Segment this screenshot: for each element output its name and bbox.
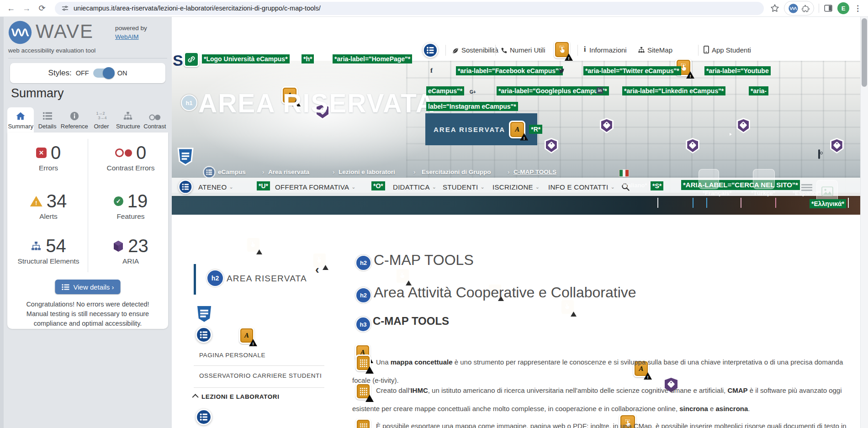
breadcrumb-item[interactable]: Esercitazioni di Gruppo (422, 169, 491, 175)
stat-features: 19 Features (90, 191, 172, 221)
tab-summary[interactable]: Summary (7, 107, 34, 132)
aria-label-chip: *aria-label="Facebook eCampus"* (456, 66, 563, 75)
hero-title: AREA RISERVATA (198, 88, 435, 118)
linkedin-icon[interactable]: in (597, 87, 603, 94)
bookmark-star-icon[interactable] (770, 4, 779, 13)
twitter-icon[interactable] (558, 68, 565, 74)
wave-alert-icon[interactable]: A (239, 327, 254, 344)
ghost-box (699, 169, 719, 189)
toggle-knob[interactable] (103, 67, 115, 79)
reload-icon[interactable]: ⟳ (36, 2, 48, 15)
aria-label-chip: *aria-label="Youtube (704, 66, 771, 75)
wave-alert-layout-table[interactable] (355, 354, 371, 371)
breadcrumb-item-current[interactable]: C-MAP TOOLS (513, 169, 556, 175)
breadcrumb-separator: › (262, 169, 264, 175)
hamburger-faded-icon (801, 184, 812, 185)
wave-alert-icon[interactable]: A (509, 121, 525, 138)
errors-icon (36, 148, 47, 158)
list-structure-icon (423, 42, 438, 58)
sidebar-item-pagina-personale[interactable]: PAGINA PERSONALE (199, 352, 265, 359)
styles-toggle-card: Styles: OFF ON (10, 63, 165, 83)
tab-details[interactable]: Details (34, 107, 60, 132)
instagram-icon[interactable] (818, 149, 820, 159)
extensions-pill (784, 1, 814, 16)
sidebar-divider (194, 365, 324, 366)
utility-informazioni[interactable]: Informazioni (589, 46, 627, 54)
ghost-box (753, 169, 775, 189)
contrast-errors-label: Contrast Errors (90, 164, 172, 172)
aria-shield-icon[interactable] (736, 118, 750, 133)
aria-shield-icon[interactable] (600, 118, 614, 133)
browser-menu-icon[interactable]: ⋮ (854, 4, 862, 13)
styles-label: Styles: (48, 69, 72, 78)
aria-shield-icon[interactable] (686, 138, 699, 153)
wave-alert-layout-table[interactable] (355, 383, 371, 400)
utility-separator (495, 45, 496, 56)
view-details-button[interactable]: View details › (55, 280, 121, 294)
extensions-puzzle-icon[interactable] (802, 5, 810, 12)
wave-alert-layout-table[interactable] (355, 418, 371, 428)
r-chip: *R* (529, 125, 542, 134)
facebook-icon[interactable] (430, 66, 433, 74)
nav-item-offerta[interactable]: OFFERTA FORMATIVA (275, 183, 356, 191)
nav-item-info-contatti[interactable]: INFO E CONTATTI (548, 183, 615, 191)
lang-turkce-faded[interactable]: *Türkçe* (751, 190, 775, 196)
wave-linked-image-icon[interactable] (184, 52, 199, 67)
tab-order[interactable]: 1→23→4 Order (88, 107, 115, 132)
logo-partial-letter: S (173, 52, 183, 69)
contrast-errors-count: 0 (136, 143, 146, 163)
utility-sitemap[interactable]: SiteMap (647, 46, 672, 54)
webaim-link[interactable]: WebAIM (115, 33, 139, 40)
breadcrumb-item[interactable]: Area riservata (268, 169, 309, 175)
url-text[interactable]: uniecampus.it/area-riservata/lezioni-e-l… (74, 5, 321, 12)
address-bar[interactable]: uniecampus.it/area-riservata/lezioni-e-l… (55, 2, 764, 15)
wave-extension-icon[interactable] (789, 4, 798, 13)
sidebar-divider (194, 387, 324, 388)
menu-tick (741, 198, 741, 208)
nav-item-iscrizione[interactable]: ISCRIZIONE (492, 183, 540, 191)
aria-label-chip: label="Instagram eCampus"* (426, 102, 518, 111)
lang-francais-faded[interactable]: *Français* (703, 190, 732, 196)
lang-italiano-faded[interactable]: *Italiano* (622, 182, 647, 189)
aria-shield-icon[interactable] (830, 138, 844, 153)
toolbar-divider (819, 4, 819, 13)
tab-reference[interactable]: Reference (61, 107, 88, 132)
stat-aria: 23 ARIA (90, 236, 172, 265)
sidebar-item-lezioni[interactable]: LEZIONI E LABORATORI (194, 393, 280, 400)
styles-toggle[interactable] (93, 69, 113, 78)
nav-item-studenti[interactable]: STUDENTI (443, 183, 485, 191)
site-privacy-icon[interactable] (61, 5, 69, 12)
utility-app-studenti[interactable]: App Studenti (712, 46, 751, 54)
side-panel-icon[interactable] (824, 4, 833, 13)
lang-greek-chip[interactable]: *Ελληνικά* (810, 199, 846, 208)
sidebar-item-osservatorio[interactable]: OSSERVATORIO CARRIERE STUDENTI (199, 372, 322, 379)
wave-alert-device-dependent[interactable] (554, 41, 570, 58)
header-element-icon (196, 304, 213, 324)
googleplus-icon[interactable] (470, 87, 476, 95)
profile-avatar[interactable]: E (837, 2, 849, 14)
h2-badge-icon: h2 (355, 255, 371, 271)
tab-contrast[interactable]: Contrast (142, 107, 168, 132)
aria-shield-icon[interactable] (545, 138, 558, 153)
structural-label: Structural Elements (7, 257, 90, 265)
ghost-hand-alert-icon (561, 299, 575, 315)
scrollbar-thumb[interactable] (862, 18, 867, 87)
area-riservata-button[interactable]: AREA RISERVATA A *R* (425, 113, 537, 145)
sidebar-accent-bar (194, 264, 196, 295)
paragraph-3: È possibile esportare una mappa come imm… (352, 417, 857, 428)
breadcrumb-item[interactable]: Lezioni e laboratori (339, 169, 395, 175)
tab-structure[interactable]: Structure (115, 107, 141, 132)
page-scrollbar[interactable] (860, 17, 868, 428)
aria-label-chip: eCampus"* (426, 86, 464, 95)
utility-sostenibilita[interactable]: Sostenibilità (461, 46, 498, 54)
back-icon[interactable]: ← (5, 2, 17, 15)
utility-numeri-utili[interactable]: Numeri Utili (510, 46, 545, 54)
sidebar-collapse-icon[interactable]: ‹ (315, 263, 319, 277)
breadcrumb-item[interactable]: eCampus (218, 169, 246, 175)
nav-item-ateneo[interactable]: ATENEO (198, 183, 233, 191)
forward-icon[interactable]: → (20, 2, 33, 15)
nav-item-didattica[interactable]: DIDATTICA (393, 183, 436, 191)
aria-label-chip: *aria- (749, 86, 768, 95)
toolbar-right: E ⋮ (770, 1, 863, 16)
aria-label-chip: *aria-label="Googleplus eCampus"* (497, 86, 609, 95)
